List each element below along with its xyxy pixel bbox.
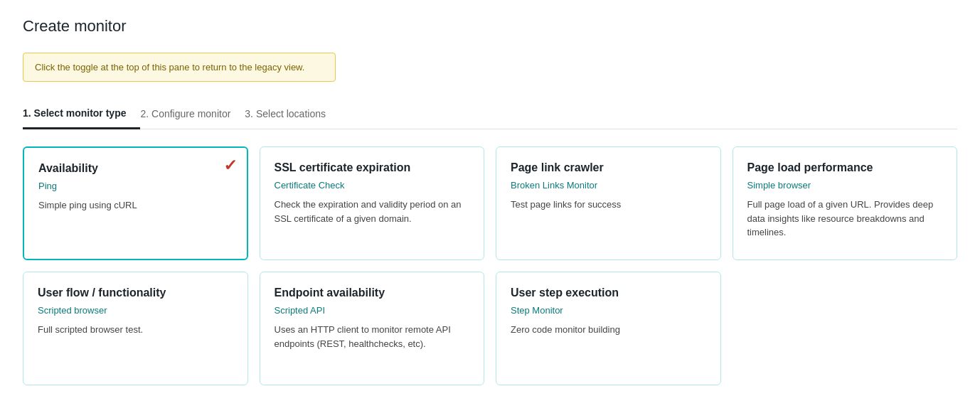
monitor-cards-row1: ✓ Availability Ping Simple ping using cU… bbox=[23, 146, 957, 260]
page-title: Create monitor bbox=[23, 17, 957, 36]
step-3[interactable]: 3. Select locations bbox=[245, 102, 340, 128]
card-endpoint-desc: Uses an HTTP client to monitor remote AP… bbox=[275, 323, 470, 350]
card-user-step-desc: Zero code monitor building bbox=[511, 323, 706, 337]
banner-text: Click the toggle at the top of this pane… bbox=[35, 62, 304, 73]
step-2[interactable]: 2. Configure monitor bbox=[140, 102, 245, 128]
card-endpoint[interactable]: Endpoint availability Scripted API Uses … bbox=[260, 272, 485, 385]
monitor-cards-row2: User flow / functionality Scripted brows… bbox=[23, 272, 957, 385]
selected-checkmark: ✓ bbox=[223, 156, 238, 175]
card-ssl-title: SSL certificate expiration bbox=[275, 161, 470, 174]
card-empty bbox=[733, 272, 958, 385]
card-ssl-subtitle: Certificate Check bbox=[275, 180, 470, 191]
card-page-load-desc: Full page load of a given URL. Provides … bbox=[747, 198, 943, 240]
card-page-load-subtitle: Simple browser bbox=[747, 180, 943, 191]
card-availability-desc: Simple ping using cURL bbox=[38, 198, 233, 213]
card-user-flow-desc: Full scripted browser test. bbox=[38, 323, 233, 337]
card-user-flow-subtitle: Scripted browser bbox=[38, 305, 233, 316]
card-endpoint-subtitle: Scripted API bbox=[275, 305, 470, 316]
card-availability[interactable]: ✓ Availability Ping Simple ping using cU… bbox=[23, 146, 248, 260]
card-page-link-desc: Test page links for success bbox=[511, 198, 706, 212]
card-ssl-desc: Check the expiration and validity period… bbox=[275, 198, 470, 225]
card-user-flow-title: User flow / functionality bbox=[38, 287, 233, 299]
card-page-load-title: Page load performance bbox=[747, 161, 943, 174]
card-availability-subtitle: Ping bbox=[38, 181, 233, 191]
steps-nav: 1. Select monitor type 2. Configure moni… bbox=[23, 102, 957, 129]
card-page-link[interactable]: Page link crawler Broken Links Monitor T… bbox=[496, 146, 721, 260]
card-user-flow[interactable]: User flow / functionality Scripted brows… bbox=[23, 272, 248, 385]
step-1[interactable]: 1. Select monitor type bbox=[23, 102, 140, 129]
card-page-link-title: Page link crawler bbox=[511, 161, 706, 174]
card-availability-title: Availability bbox=[38, 162, 233, 175]
card-user-step-subtitle: Step Monitor bbox=[511, 305, 706, 316]
card-user-step-title: User step execution bbox=[511, 287, 706, 299]
card-user-step[interactable]: User step execution Step Monitor Zero co… bbox=[496, 272, 721, 385]
notice-banner: Click the toggle at the top of this pane… bbox=[23, 53, 336, 82]
card-ssl[interactable]: SSL certificate expiration Certificate C… bbox=[260, 146, 485, 260]
card-endpoint-title: Endpoint availability bbox=[275, 287, 470, 299]
card-page-link-subtitle: Broken Links Monitor bbox=[511, 180, 706, 191]
card-page-load[interactable]: Page load performance Simple browser Ful… bbox=[733, 146, 958, 260]
